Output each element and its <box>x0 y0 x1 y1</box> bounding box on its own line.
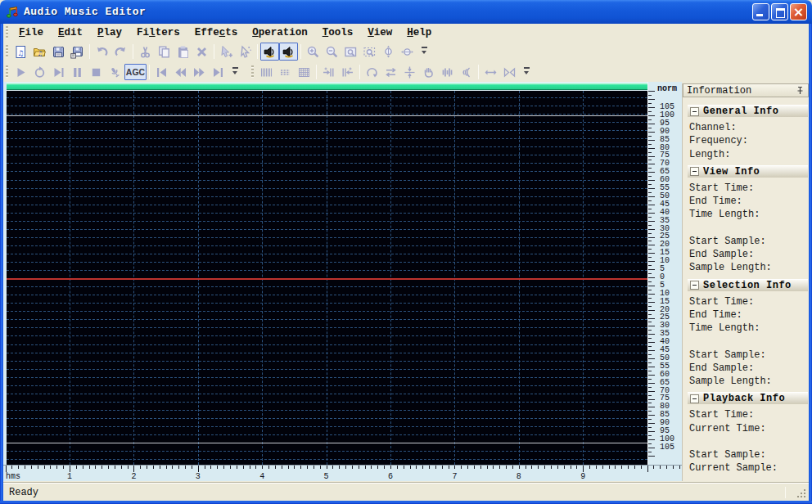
toolbar-overflow-icon[interactable] <box>521 65 532 79</box>
go-start-button[interactable] <box>152 63 171 81</box>
swap-channels-button[interactable] <box>381 63 400 81</box>
info-section-header: Playback Info <box>688 392 808 404</box>
toolbar-gripper[interactable] <box>251 65 254 79</box>
close-button[interactable] <box>790 3 807 20</box>
menu-gripper[interactable] <box>6 26 8 39</box>
resize-grip[interactable] <box>804 496 805 497</box>
toolbar-gripper[interactable] <box>6 45 8 58</box>
play-all-button[interactable] <box>49 63 68 81</box>
pause-button[interactable] <box>68 63 87 81</box>
scale-tick <box>648 237 655 238</box>
agc-button[interactable]: AGC <box>124 64 147 80</box>
info-field-label: Current Sample: <box>683 461 809 475</box>
reverse-button[interactable] <box>363 63 381 81</box>
menu-tools[interactable]: Tools <box>315 25 361 40</box>
grab-button[interactable] <box>419 63 438 81</box>
zoom-vertical-out-button[interactable] <box>398 43 417 61</box>
minimize-button[interactable] <box>752 3 769 20</box>
menu-help[interactable]: Help <box>399 25 439 40</box>
echo-button[interactable] <box>457 63 476 81</box>
sample-ruler-button[interactable] <box>276 63 295 81</box>
ruler-tick <box>538 466 539 469</box>
toolbar-gripper[interactable] <box>6 65 8 79</box>
swap-channels-icon <box>384 65 398 79</box>
pin-icon[interactable] <box>796 86 805 95</box>
collapse-minus-icon[interactable] <box>690 167 699 176</box>
copy-button[interactable] <box>155 43 174 61</box>
overview-bar[interactable] <box>7 83 647 90</box>
shrink-button[interactable] <box>500 63 519 81</box>
right-channel-button[interactable] <box>279 43 298 61</box>
collapse-minus-icon[interactable] <box>690 281 699 290</box>
ruler-tick <box>571 466 571 469</box>
select-tool-button[interactable] <box>236 43 255 61</box>
menu-filters[interactable]: Filters <box>129 25 187 40</box>
loop-play-button[interactable] <box>30 63 49 81</box>
collapse-minus-icon[interactable] <box>690 394 699 403</box>
scale-tick <box>648 286 655 286</box>
restore-button[interactable] <box>771 3 788 20</box>
open-file-button[interactable]: ♫ <box>30 43 49 61</box>
menu-view[interactable]: View <box>360 25 399 40</box>
record-button[interactable] <box>106 63 124 81</box>
center-wave-button[interactable] <box>400 63 419 81</box>
main-area: norm 10510095908580757065605550454035302… <box>3 82 809 483</box>
ruler-tick <box>178 466 179 469</box>
ruler-tick <box>397 466 398 469</box>
amplitude-bars-button[interactable] <box>438 63 457 81</box>
undo-button[interactable] <box>92 43 111 61</box>
toolbar-separator <box>300 44 301 59</box>
zoom-selection-button[interactable] <box>360 43 379 61</box>
ruler-tick <box>300 466 301 469</box>
menu-operation[interactable]: Operation <box>245 25 315 40</box>
play-button[interactable] <box>11 63 30 81</box>
select-add-button[interactable] <box>217 43 236 61</box>
menu-bar: FileEditPlayFiltersEffectsOperationTools… <box>3 24 809 41</box>
stop-button[interactable] <box>87 63 106 81</box>
menu-file[interactable]: File <box>11 25 51 40</box>
go-end-button[interactable] <box>209 63 228 81</box>
record-icon <box>108 65 122 79</box>
grid-button[interactable] <box>295 63 314 81</box>
menu-edit[interactable]: Edit <box>51 25 90 40</box>
new-audio-file-button[interactable]: ♫ <box>11 43 30 61</box>
menu-effects[interactable]: Effects <box>187 25 246 40</box>
ruler-tick <box>609 466 610 469</box>
collapse-minus-icon[interactable] <box>690 107 699 116</box>
menu-play[interactable]: Play <box>90 25 129 40</box>
snap-right-button[interactable] <box>338 63 357 81</box>
cut-icon <box>138 45 152 59</box>
scale-tick <box>648 346 652 347</box>
fast-forward-button[interactable] <box>190 63 209 81</box>
zoom-in-button[interactable] <box>304 43 323 61</box>
paste-button[interactable] <box>174 43 192 61</box>
ruler-tick <box>596 466 597 469</box>
cut-button[interactable] <box>136 43 155 61</box>
left-channel-button[interactable] <box>260 43 279 61</box>
stop-icon <box>89 65 103 79</box>
toolbar-overflow-icon[interactable] <box>230 65 241 79</box>
toolbar-overflow-icon[interactable] <box>419 44 430 59</box>
delete-button[interactable] <box>192 43 211 61</box>
fast-forward-icon <box>192 65 206 79</box>
rewind-button[interactable] <box>171 63 190 81</box>
scale-tick <box>648 221 655 222</box>
svg-text:♫: ♫ <box>17 48 24 56</box>
zoom-window-button[interactable] <box>341 43 360 61</box>
ruler-tick <box>250 466 250 469</box>
redo-button[interactable] <box>111 43 130 61</box>
ruler-tick <box>275 466 276 469</box>
time-ruler[interactable]: hms 123456789 <box>3 465 682 481</box>
time-ruler-button[interactable] <box>257 63 276 81</box>
snap-left-button[interactable] <box>319 63 338 81</box>
zoom-vertical-in-button[interactable] <box>379 43 398 61</box>
info-field-label: Start Time: <box>683 182 809 195</box>
ruler-tick <box>255 466 256 469</box>
stretch-button[interactable] <box>481 63 500 81</box>
save-as-button[interactable] <box>68 43 87 61</box>
save-button[interactable] <box>49 43 68 61</box>
ruler-tick <box>435 466 436 469</box>
go-start-icon <box>155 65 169 79</box>
zoom-out-button[interactable] <box>323 43 341 61</box>
waveform-display[interactable] <box>7 91 647 465</box>
